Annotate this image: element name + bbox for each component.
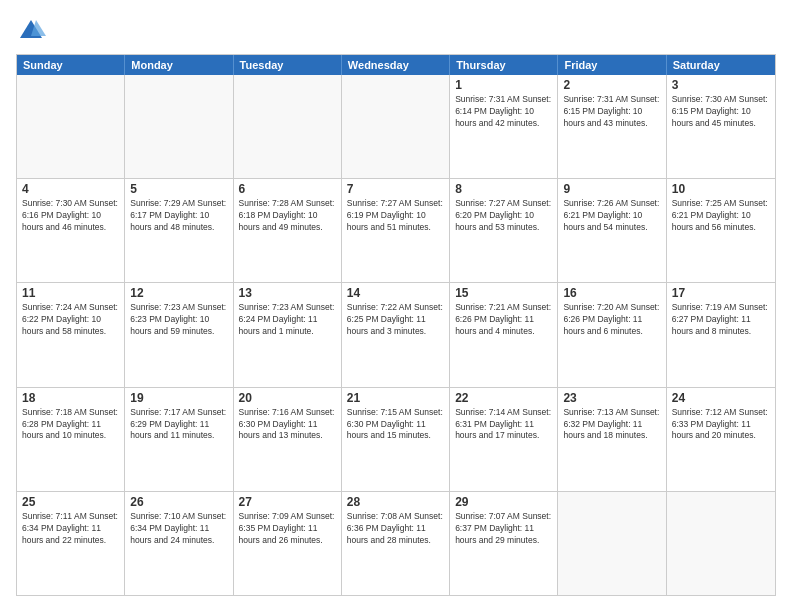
- day-info: Sunrise: 7:28 AM Sunset: 6:18 PM Dayligh…: [239, 198, 336, 234]
- header-day-monday: Monday: [125, 55, 233, 75]
- calendar-header: SundayMondayTuesdayWednesdayThursdayFrid…: [17, 55, 775, 75]
- calendar-cell: 14Sunrise: 7:22 AM Sunset: 6:25 PM Dayli…: [342, 283, 450, 386]
- calendar-cell: [234, 75, 342, 178]
- calendar-cell: 23Sunrise: 7:13 AM Sunset: 6:32 PM Dayli…: [558, 388, 666, 491]
- day-number: 4: [22, 182, 119, 196]
- day-info: Sunrise: 7:08 AM Sunset: 6:36 PM Dayligh…: [347, 511, 444, 547]
- calendar-row-4: 18Sunrise: 7:18 AM Sunset: 6:28 PM Dayli…: [17, 387, 775, 491]
- day-info: Sunrise: 7:19 AM Sunset: 6:27 PM Dayligh…: [672, 302, 770, 338]
- day-info: Sunrise: 7:23 AM Sunset: 6:24 PM Dayligh…: [239, 302, 336, 338]
- calendar-cell: 24Sunrise: 7:12 AM Sunset: 6:33 PM Dayli…: [667, 388, 775, 491]
- header-day-friday: Friday: [558, 55, 666, 75]
- day-number: 9: [563, 182, 660, 196]
- header-day-sunday: Sunday: [17, 55, 125, 75]
- day-info: Sunrise: 7:14 AM Sunset: 6:31 PM Dayligh…: [455, 407, 552, 443]
- day-number: 22: [455, 391, 552, 405]
- day-number: 29: [455, 495, 552, 509]
- page: SundayMondayTuesdayWednesdayThursdayFrid…: [0, 0, 792, 612]
- day-number: 20: [239, 391, 336, 405]
- day-number: 21: [347, 391, 444, 405]
- day-info: Sunrise: 7:29 AM Sunset: 6:17 PM Dayligh…: [130, 198, 227, 234]
- calendar-cell: 29Sunrise: 7:07 AM Sunset: 6:37 PM Dayli…: [450, 492, 558, 595]
- day-info: Sunrise: 7:21 AM Sunset: 6:26 PM Dayligh…: [455, 302, 552, 338]
- calendar-cell: 10Sunrise: 7:25 AM Sunset: 6:21 PM Dayli…: [667, 179, 775, 282]
- day-number: 15: [455, 286, 552, 300]
- calendar-cell: 20Sunrise: 7:16 AM Sunset: 6:30 PM Dayli…: [234, 388, 342, 491]
- day-info: Sunrise: 7:25 AM Sunset: 6:21 PM Dayligh…: [672, 198, 770, 234]
- header-day-thursday: Thursday: [450, 55, 558, 75]
- calendar-cell: 1Sunrise: 7:31 AM Sunset: 6:14 PM Daylig…: [450, 75, 558, 178]
- day-info: Sunrise: 7:27 AM Sunset: 6:20 PM Dayligh…: [455, 198, 552, 234]
- day-number: 11: [22, 286, 119, 300]
- calendar-cell: 5Sunrise: 7:29 AM Sunset: 6:17 PM Daylig…: [125, 179, 233, 282]
- day-number: 10: [672, 182, 770, 196]
- day-number: 27: [239, 495, 336, 509]
- calendar-cell: 11Sunrise: 7:24 AM Sunset: 6:22 PM Dayli…: [17, 283, 125, 386]
- day-info: Sunrise: 7:13 AM Sunset: 6:32 PM Dayligh…: [563, 407, 660, 443]
- header: [16, 16, 776, 46]
- calendar-cell: 7Sunrise: 7:27 AM Sunset: 6:19 PM Daylig…: [342, 179, 450, 282]
- calendar-cell: 2Sunrise: 7:31 AM Sunset: 6:15 PM Daylig…: [558, 75, 666, 178]
- header-day-wednesday: Wednesday: [342, 55, 450, 75]
- calendar-cell: 27Sunrise: 7:09 AM Sunset: 6:35 PM Dayli…: [234, 492, 342, 595]
- calendar: SundayMondayTuesdayWednesdayThursdayFrid…: [16, 54, 776, 596]
- day-info: Sunrise: 7:31 AM Sunset: 6:14 PM Dayligh…: [455, 94, 552, 130]
- calendar-cell: 4Sunrise: 7:30 AM Sunset: 6:16 PM Daylig…: [17, 179, 125, 282]
- calendar-cell: 8Sunrise: 7:27 AM Sunset: 6:20 PM Daylig…: [450, 179, 558, 282]
- day-info: Sunrise: 7:17 AM Sunset: 6:29 PM Dayligh…: [130, 407, 227, 443]
- calendar-row-5: 25Sunrise: 7:11 AM Sunset: 6:34 PM Dayli…: [17, 491, 775, 595]
- day-number: 2: [563, 78, 660, 92]
- day-info: Sunrise: 7:20 AM Sunset: 6:26 PM Dayligh…: [563, 302, 660, 338]
- day-number: 1: [455, 78, 552, 92]
- day-info: Sunrise: 7:22 AM Sunset: 6:25 PM Dayligh…: [347, 302, 444, 338]
- day-info: Sunrise: 7:30 AM Sunset: 6:15 PM Dayligh…: [672, 94, 770, 130]
- day-info: Sunrise: 7:30 AM Sunset: 6:16 PM Dayligh…: [22, 198, 119, 234]
- calendar-cell: 15Sunrise: 7:21 AM Sunset: 6:26 PM Dayli…: [450, 283, 558, 386]
- calendar-cell: 25Sunrise: 7:11 AM Sunset: 6:34 PM Dayli…: [17, 492, 125, 595]
- day-number: 18: [22, 391, 119, 405]
- day-info: Sunrise: 7:16 AM Sunset: 6:30 PM Dayligh…: [239, 407, 336, 443]
- calendar-cell: 16Sunrise: 7:20 AM Sunset: 6:26 PM Dayli…: [558, 283, 666, 386]
- day-info: Sunrise: 7:12 AM Sunset: 6:33 PM Dayligh…: [672, 407, 770, 443]
- calendar-cell: 22Sunrise: 7:14 AM Sunset: 6:31 PM Dayli…: [450, 388, 558, 491]
- calendar-cell: 19Sunrise: 7:17 AM Sunset: 6:29 PM Dayli…: [125, 388, 233, 491]
- calendar-cell: 26Sunrise: 7:10 AM Sunset: 6:34 PM Dayli…: [125, 492, 233, 595]
- day-info: Sunrise: 7:26 AM Sunset: 6:21 PM Dayligh…: [563, 198, 660, 234]
- day-info: Sunrise: 7:07 AM Sunset: 6:37 PM Dayligh…: [455, 511, 552, 547]
- calendar-cell: [17, 75, 125, 178]
- day-number: 23: [563, 391, 660, 405]
- day-number: 19: [130, 391, 227, 405]
- calendar-cell: [342, 75, 450, 178]
- day-number: 17: [672, 286, 770, 300]
- day-number: 26: [130, 495, 227, 509]
- calendar-cell: 17Sunrise: 7:19 AM Sunset: 6:27 PM Dayli…: [667, 283, 775, 386]
- day-info: Sunrise: 7:10 AM Sunset: 6:34 PM Dayligh…: [130, 511, 227, 547]
- calendar-cell: 6Sunrise: 7:28 AM Sunset: 6:18 PM Daylig…: [234, 179, 342, 282]
- calendar-cell: 12Sunrise: 7:23 AM Sunset: 6:23 PM Dayli…: [125, 283, 233, 386]
- day-number: 28: [347, 495, 444, 509]
- day-number: 8: [455, 182, 552, 196]
- calendar-cell: [667, 492, 775, 595]
- day-info: Sunrise: 7:27 AM Sunset: 6:19 PM Dayligh…: [347, 198, 444, 234]
- day-number: 3: [672, 78, 770, 92]
- calendar-cell: 3Sunrise: 7:30 AM Sunset: 6:15 PM Daylig…: [667, 75, 775, 178]
- day-number: 12: [130, 286, 227, 300]
- calendar-cell: 18Sunrise: 7:18 AM Sunset: 6:28 PM Dayli…: [17, 388, 125, 491]
- calendar-cell: [558, 492, 666, 595]
- calendar-cell: [125, 75, 233, 178]
- calendar-row-2: 4Sunrise: 7:30 AM Sunset: 6:16 PM Daylig…: [17, 178, 775, 282]
- day-info: Sunrise: 7:23 AM Sunset: 6:23 PM Dayligh…: [130, 302, 227, 338]
- day-info: Sunrise: 7:15 AM Sunset: 6:30 PM Dayligh…: [347, 407, 444, 443]
- day-number: 24: [672, 391, 770, 405]
- calendar-body: 1Sunrise: 7:31 AM Sunset: 6:14 PM Daylig…: [17, 75, 775, 595]
- day-info: Sunrise: 7:18 AM Sunset: 6:28 PM Dayligh…: [22, 407, 119, 443]
- day-info: Sunrise: 7:31 AM Sunset: 6:15 PM Dayligh…: [563, 94, 660, 130]
- logo: [16, 16, 50, 46]
- day-info: Sunrise: 7:09 AM Sunset: 6:35 PM Dayligh…: [239, 511, 336, 547]
- calendar-cell: 28Sunrise: 7:08 AM Sunset: 6:36 PM Dayli…: [342, 492, 450, 595]
- day-number: 6: [239, 182, 336, 196]
- calendar-cell: 21Sunrise: 7:15 AM Sunset: 6:30 PM Dayli…: [342, 388, 450, 491]
- day-number: 14: [347, 286, 444, 300]
- day-info: Sunrise: 7:11 AM Sunset: 6:34 PM Dayligh…: [22, 511, 119, 547]
- calendar-cell: 13Sunrise: 7:23 AM Sunset: 6:24 PM Dayli…: [234, 283, 342, 386]
